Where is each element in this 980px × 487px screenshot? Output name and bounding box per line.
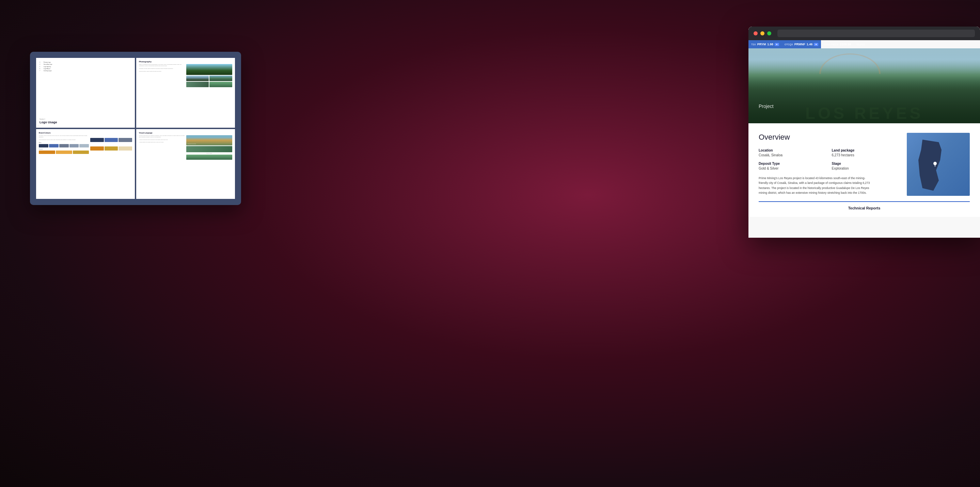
photography-landscape-img — [186, 64, 232, 75]
toc-item-5: 7Inverting Logos — [40, 70, 131, 72]
brand-description: The primary colours for the brand are na… — [39, 135, 89, 138]
overview-title: Overview — [759, 133, 900, 142]
overview-content: Overview Location Cosalá, Sinaloa Land p… — [759, 133, 900, 196]
visual-small-image-2 — [186, 154, 232, 160]
ticker-otcqx-change: ▼ — [814, 43, 818, 46]
color-swatch-medium-blue — [49, 144, 59, 148]
ticker-otcqx-ticker: PRMNF — [794, 43, 805, 46]
photography-body-text-2: Photography provides original photograph… — [139, 68, 185, 70]
brand-color-block-3 — [118, 138, 132, 142]
brand-color-block-4 — [90, 146, 104, 151]
map-land-mass — [917, 140, 944, 191]
neutrals-label: Neutrals — [39, 148, 89, 150]
ticker-tsx-change: ▼ — [775, 43, 779, 46]
doc-page-toc: 3Primary Logo 4Secondary Logo 5Logo Spac… — [36, 58, 135, 128]
overview-description: Prime Mining's Los Reyes project is loca… — [759, 176, 871, 196]
browser-chrome — [748, 27, 980, 40]
location-value: Cosalá, Sinaloa — [759, 153, 827, 157]
brand-guidelines-window: 3Primary Logo 4Secondary Logo 5Logo Spac… — [30, 52, 241, 205]
doc-page-visual-language: Visual Language The brand system aims to… — [136, 129, 235, 199]
land-package-label: Land package — [832, 148, 900, 152]
photography-title: Photography — [139, 60, 232, 63]
detail-stage: Stage Exploration — [832, 162, 900, 170]
section-title-area: Section 1 Logo Usage — [40, 115, 131, 124]
ticker-bar: TSX PRYM 1.98 ▼ OTCQX PRMNF 1.46 ▼ GOLD … — [748, 40, 980, 48]
brand-description-2: When printing these colours it's vital t… — [39, 139, 89, 141]
ticker-gold: GOLD PRICE 2326.56 — [821, 40, 854, 48]
ticker-silver-label: SILVER — [856, 43, 865, 46]
stage-value: Exploration — [832, 167, 900, 170]
color-swatch-dark-blue — [39, 144, 48, 148]
ticker-otcqx-label: OTCQX — [784, 43, 793, 46]
section-label: Section 1 — [40, 118, 131, 120]
brand-color-block-5 — [105, 146, 118, 151]
ticker-tsx-value: 1.98 — [767, 43, 773, 46]
toc-list: 3Primary Logo 4Secondary Logo 5Logo Spac… — [40, 61, 131, 72]
photography-mountain-img — [186, 76, 209, 81]
color-swatch-gold — [73, 151, 89, 154]
traffic-light-red[interactable] — [754, 31, 758, 35]
color-swatch-gray-blue — [59, 144, 69, 148]
color-swatch-orange — [39, 151, 55, 154]
brand-colours-title: Brand Colours — [39, 132, 132, 134]
photography-forest-img — [209, 82, 232, 87]
doc-page-brand-colours: Brand Colours The primary colours for th… — [36, 129, 135, 199]
visual-main-image: Advancing Los Reyes — [186, 135, 232, 145]
location-label: Location — [759, 148, 827, 152]
map-background — [907, 133, 970, 196]
land-package-value: 6,273 hectares — [832, 153, 900, 157]
traffic-light-green[interactable] — [767, 31, 771, 35]
detail-location: Location Cosalá, Sinaloa — [759, 148, 827, 157]
color-swatch-lighter-gray — [80, 144, 89, 148]
photography-aerial-img — [209, 76, 232, 81]
neutrals-row — [39, 151, 89, 154]
section-heading: Logo Usage — [40, 121, 131, 124]
ticker-tsx-ticker: PRYM — [757, 43, 766, 46]
ticker-otcqx: OTCQX PRMNF 1.46 ▼ — [782, 40, 821, 48]
ticker-gold-value: 2326.56 — [840, 43, 851, 46]
visual-caption: Above Company — [186, 153, 232, 154]
ticker-tsx-label: TSX — [751, 43, 756, 46]
overview-layout: Overview Location Cosalá, Sinaloa Land p… — [759, 133, 970, 196]
brand-color-block-1 — [90, 138, 104, 142]
ticker-otcqx-value: 1.46 — [807, 43, 813, 46]
deposit-type-value: Gold & Silver — [759, 167, 827, 170]
technical-reports-title: Technical Reports — [759, 206, 970, 210]
photography-body-text-3: Showcase positive, original images that … — [139, 71, 185, 72]
mining-website-window: TSX PRYM 1.98 ▼ OTCQX PRMNF 1.46 ▼ GOLD … — [748, 27, 980, 238]
detail-land-package: Land package 6,273 hectares — [832, 148, 900, 157]
visual-language-content: The brand system aims to be a balance of… — [139, 135, 232, 160]
blues-row — [39, 144, 89, 148]
address-bar[interactable] — [777, 30, 975, 37]
visual-images-column: Advancing Los Reyes Above Company — [186, 135, 232, 160]
stage-label: Stage — [832, 162, 900, 166]
photography-people-img — [186, 82, 209, 87]
photography-body-text: Imagery of photographs should be represe… — [139, 64, 185, 67]
blues-label: Blues — [39, 142, 89, 143]
brand-color-block-6 — [118, 146, 132, 151]
page-number-1: 1 — [38, 125, 38, 127]
document-grid: 3Primary Logo 4Secondary Logo 5Logo Spac… — [36, 58, 235, 199]
overview-map — [907, 133, 970, 196]
visual-text-column: The brand system aims to be a balance of… — [139, 135, 185, 160]
ticker-gold-label: GOLD PRICE — [824, 43, 839, 46]
overview-details-grid: Location Cosalá, Sinaloa Land package 6,… — [759, 148, 900, 170]
visual-language-title: Visual Language — [139, 132, 232, 134]
doc-page-photography: Photography Imagery of photographs shoul… — [136, 58, 235, 128]
color-swatch-light-gray — [70, 144, 79, 148]
map-pin — [933, 162, 937, 167]
hero-section: LOS REYES Project — [748, 48, 980, 123]
detail-deposit-type: Deposit Type Gold & Silver — [759, 162, 827, 170]
color-swatch-amber — [56, 151, 72, 154]
brand-color-block-2 — [105, 138, 118, 142]
hero-project-label: Project — [759, 103, 774, 109]
technical-reports-bar[interactable]: Technical Reports — [759, 201, 970, 210]
deposit-type-label: Deposit Type — [759, 162, 827, 166]
hero-text-overlay: Project — [759, 103, 774, 110]
visual-point-2: A mellow palette from heritage allows zo… — [139, 142, 185, 143]
visual-description: The brand system aims to be a balance of… — [139, 135, 185, 138]
traffic-light-yellow[interactable] — [760, 31, 764, 35]
visual-point-1: A series of project lines help to direct… — [139, 139, 185, 141]
ticker-tsx: TSX PRYM 1.98 ▼ — [748, 40, 782, 48]
hero-watermark: LOS REYES — [748, 105, 980, 122]
